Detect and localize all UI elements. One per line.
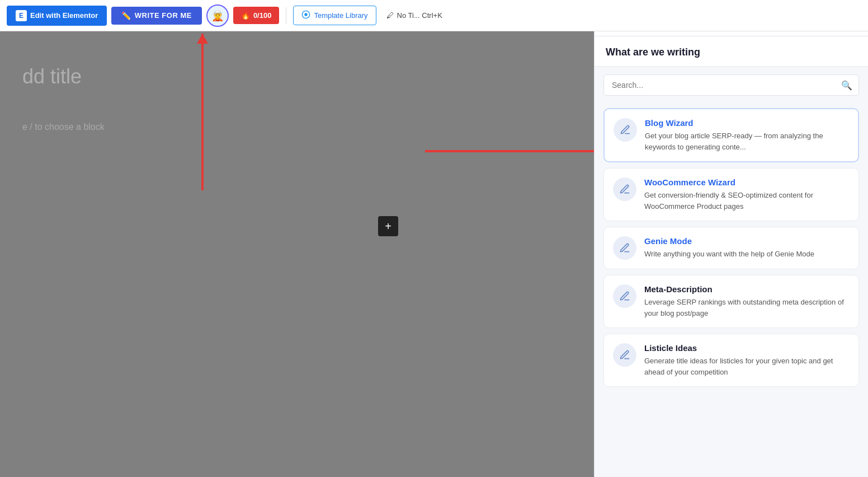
panel-title-section: What are we writing [595,36,868,67]
template-text-blog-wizard: Blog Wizard Get your blog article SERP-r… [645,118,849,152]
toolbar-divider [286,7,286,24]
template-text-genie-mode: Genie Mode Write anything you want with … [644,236,850,260]
template-item-meta-description[interactable]: Meta-Description Leverage SERP rankings … [603,275,859,328]
template-icon-woocommerce-wizard [613,177,636,201]
edit-elementor-button[interactable]: E Edit with Elementor [7,6,107,26]
svg-point-1 [305,13,308,16]
template-desc-meta-description: Leverage SERP rankings with outstanding … [644,297,850,319]
toolbar: E Edit with Elementor ✏️ WRITE FOR ME 🧝 … [0,0,868,31]
template-name-woocommerce-wizard: WooCommerce Wizard [644,177,850,187]
canvas-hint: e / to choose a block [22,122,105,132]
template-item-genie-mode[interactable]: Genie Mode Write anything you want with … [603,227,859,269]
counter-button[interactable]: 🔥 0/100 [233,7,280,24]
template-desc-blog-wizard: Get your blog article SERP-ready — from … [645,130,849,152]
template-desc-listicle-ideas: Generate title ideas for listicles for y… [644,356,850,377]
template-icon-genie-mode [613,236,636,260]
no-title-button[interactable]: 🖊 No Ti... Ctrl+K [381,7,448,24]
template-icon-listicle-ideas [613,343,636,367]
template-name-meta-description: Meta-Description [644,284,850,294]
panel-section-title: What are we writing [606,46,857,58]
write-for-me-button[interactable]: ✏️ WRITE FOR ME [111,7,202,25]
right-panel: G GetGenie › What are we writing 🔍 Blog … [594,0,868,477]
template-text-listicle-ideas: Listicle Ideas Generate title ideas for … [644,343,850,377]
elementor-icon: E [16,10,27,21]
template-name-genie-mode: Genie Mode [644,236,850,246]
search-icon: 🔍 [841,81,852,90]
template-icon-meta-description [613,284,636,308]
template-item-woocommerce-wizard[interactable]: WooCommerce Wizard Get conversion-friend… [603,168,859,221]
template-item-listicle-ideas[interactable]: Listicle Ideas Generate title ideas for … [603,334,859,387]
template-name-listicle-ideas: Listicle Ideas [644,343,850,353]
add-block-button[interactable]: + [378,216,398,236]
canvas-title: dd title [22,65,82,88]
template-text-woocommerce-wizard: WooCommerce Wizard Get conversion-friend… [644,177,850,212]
pencil-icon: ✏️ [121,11,131,20]
template-desc-woocommerce-wizard: Get conversion-friendly & SEO-optimized … [644,190,850,212]
search-icon-button[interactable]: 🔍 [841,80,852,91]
template-desc-genie-mode: Write anything you want with the help of… [644,249,850,260]
flame-icon: 🔥 [241,11,250,20]
genie-icon [301,10,310,21]
search-box: 🔍 [603,74,859,96]
template-list: Blog Wizard Get your blog article SERP-r… [595,104,868,477]
avatar-button[interactable]: 🧝 [206,4,229,27]
template-icon-blog-wizard [614,118,637,142]
canvas-area: dd title e / to choose a block + [0,31,644,477]
template-item-blog-wizard[interactable]: Blog Wizard Get your blog article SERP-r… [603,108,859,162]
search-section: 🔍 [595,67,868,104]
template-text-meta-description: Meta-Description Leverage SERP rankings … [644,284,850,319]
pen-icon: 🖊 [386,11,394,20]
template-library-button[interactable]: Template Library [293,6,376,25]
template-name-blog-wizard: Blog Wizard [645,118,849,128]
search-input[interactable] [603,74,859,96]
